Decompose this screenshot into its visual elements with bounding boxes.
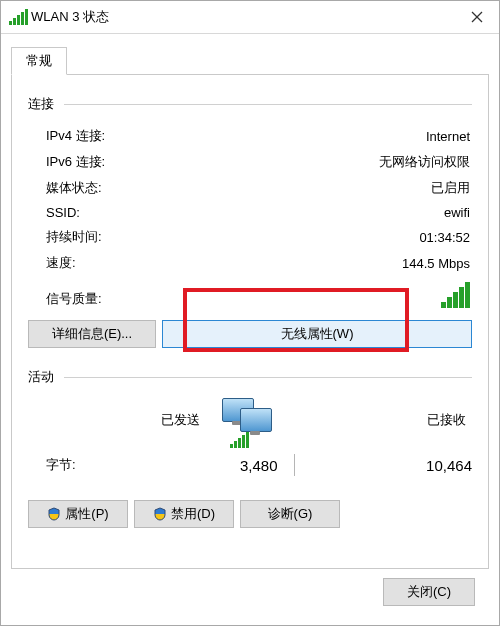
bytes-row: 字节: 3,480 10,464 xyxy=(28,454,472,476)
bytes-recv: 10,464 xyxy=(311,457,473,474)
ipv6-value: 无网络访问权限 xyxy=(379,153,470,171)
ipv4-label: IPv4 连接: xyxy=(46,127,105,145)
activity-grid: 已发送 已接收 xyxy=(28,396,472,444)
duration-label: 持续时间: xyxy=(46,228,102,246)
divider xyxy=(294,454,295,476)
tab-general-label: 常规 xyxy=(26,53,52,68)
details-button-label: 详细信息(E)... xyxy=(52,325,132,343)
disable-button-label: 禁用(D) xyxy=(171,505,215,523)
titlebar: WLAN 3 状态 xyxy=(1,1,499,34)
wireless-properties-button[interactable]: 无线属性(W) xyxy=(162,320,472,348)
divider xyxy=(64,104,472,105)
titlebar-close-button[interactable] xyxy=(455,1,499,33)
properties-button-label: 属性(P) xyxy=(65,505,108,523)
row-ssid: SSID: ewifi xyxy=(46,201,470,224)
details-button[interactable]: 详细信息(E)... xyxy=(28,320,156,348)
signal-icon xyxy=(230,432,249,448)
close-button-label: 关闭(C) xyxy=(407,583,451,601)
section-activity: 活动 xyxy=(28,368,472,386)
sent-label: 已发送 xyxy=(28,411,218,429)
activity-buttons: 属性(P) 禁用(D) 诊断(G) xyxy=(28,500,472,528)
media-value: 已启用 xyxy=(431,179,470,197)
bytes-label: 字节: xyxy=(46,456,116,474)
recv-label: 已接收 xyxy=(282,411,472,429)
row-ipv6: IPv6 连接: 无网络访问权限 xyxy=(46,149,470,175)
divider xyxy=(64,377,472,378)
signal-quality-icon xyxy=(441,282,470,308)
speed-value: 144.5 Mbps xyxy=(402,256,470,271)
speed-label: 速度: xyxy=(46,254,76,272)
row-speed: 速度: 144.5 Mbps xyxy=(46,250,470,276)
section-connection: 连接 xyxy=(28,95,472,113)
diagnose-button-label: 诊断(G) xyxy=(268,505,313,523)
ipv6-label: IPv6 连接: xyxy=(46,153,105,171)
duration-value: 01:34:52 xyxy=(419,230,470,245)
ssid-label: SSID: xyxy=(46,205,80,220)
client-area: 常规 连接 IPv4 连接: Internet IPv6 连接: 无网络访问权限 xyxy=(1,34,499,625)
signal-icon xyxy=(9,9,25,25)
tab-strip: 常规 xyxy=(11,46,489,74)
ssid-value: ewifi xyxy=(444,205,470,220)
ipv4-value: Internet xyxy=(426,129,470,144)
tab-panel-general: 连接 IPv4 连接: Internet IPv6 连接: 无网络访问权限 媒体… xyxy=(11,74,489,569)
wlan-status-window: WLAN 3 状态 常规 连接 IPv4 连接: Int xyxy=(0,0,500,626)
section-activity-label: 活动 xyxy=(28,368,54,386)
disable-button[interactable]: 禁用(D) xyxy=(134,500,234,528)
network-activity-icon xyxy=(218,396,282,444)
row-signal: 信号质量: xyxy=(46,282,470,308)
shield-icon xyxy=(47,507,61,521)
bytes-sent: 3,480 xyxy=(116,457,278,474)
row-duration: 持续时间: 01:34:52 xyxy=(46,224,470,250)
dialog-footer: 关闭(C) xyxy=(11,569,489,615)
close-icon xyxy=(471,11,483,23)
connection-buttons: 详细信息(E)... 无线属性(W) xyxy=(28,320,472,348)
row-media: 媒体状态: 已启用 xyxy=(46,175,470,201)
signal-label: 信号质量: xyxy=(46,290,102,308)
tab-general[interactable]: 常规 xyxy=(11,47,67,75)
window-title: WLAN 3 状态 xyxy=(31,8,109,26)
shield-icon xyxy=(153,507,167,521)
connection-rows: IPv4 连接: Internet IPv6 连接: 无网络访问权限 媒体状态:… xyxy=(46,123,470,276)
section-connection-label: 连接 xyxy=(28,95,54,113)
row-ipv4: IPv4 连接: Internet xyxy=(46,123,470,149)
wireless-properties-label: 无线属性(W) xyxy=(281,325,354,343)
properties-button[interactable]: 属性(P) xyxy=(28,500,128,528)
diagnose-button[interactable]: 诊断(G) xyxy=(240,500,340,528)
media-label: 媒体状态: xyxy=(46,179,102,197)
close-button[interactable]: 关闭(C) xyxy=(383,578,475,606)
